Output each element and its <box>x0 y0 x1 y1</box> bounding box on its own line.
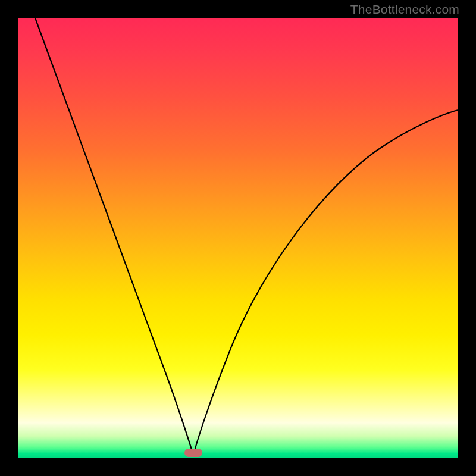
bottleneck-curve <box>18 18 458 458</box>
curve-left-branch <box>35 18 193 455</box>
chart-frame: TheBottleneck.com <box>0 0 476 476</box>
curve-right-branch <box>193 110 458 455</box>
minimum-marker <box>184 449 202 457</box>
plot-area <box>18 18 458 458</box>
watermark-text: TheBottleneck.com <box>350 2 459 17</box>
